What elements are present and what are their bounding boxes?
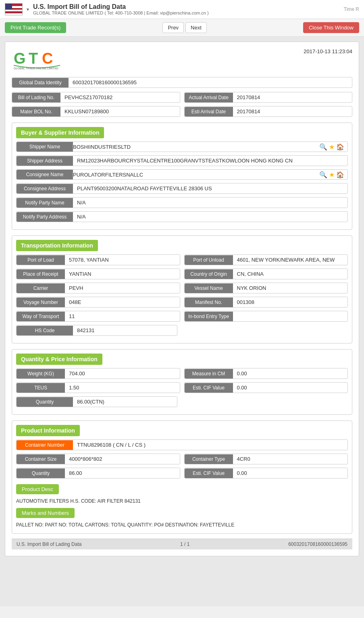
consignee-home-icon[interactable]: 🏠 [336,171,344,179]
port-load-label: Port of Load [17,255,65,265]
port-unload-value: 4601, NEW YORK/NEWARK AREA, NEW [233,255,348,265]
svg-text:GLOBAL TRADE ONLINE LIMITED: GLOBAL TRADE ONLINE LIMITED [14,67,58,70]
quantity-value: 86.00(CTN) [73,397,177,407]
header-left: ▼ U.S. Import Bill of Lading Data GLOBAL… [5,3,209,15]
hs-code-value: 842131 [73,325,177,335]
way-transport-label: Way of Transport [17,312,65,321]
receipt-country-row: Place of Receipt YANTIAN Country of Orig… [16,268,348,279]
bol-value: PEVHCSZ17070182 [60,92,180,102]
weight-label: Weight (KG) [17,369,65,379]
notify-party-name-label: Notify Party Name [17,198,73,208]
marks-numbers-text: PALLET NO: PART NO: TOTAL CARTONS: TOTAL… [16,520,348,529]
toolbar: Print Trade Record(s) Prev Next Close Th… [0,19,364,37]
svg-text:T: T [29,50,38,67]
consignee-name-icons: 🔍 ★ 🏠 [319,171,347,179]
flag-dropdown[interactable]: ▼ [26,7,30,12]
consignee-search-icon[interactable]: 🔍 [319,171,327,179]
teus-value: 1.50 [65,383,180,393]
teus-label: TEUS [17,383,65,393]
port-load-value: 57078, YANTIAN [65,255,180,265]
svg-text:C: C [42,50,53,67]
way-transport-value: 11 [65,311,180,321]
master-bol-group: Mater BOL No. KKLUSN07189800 [12,106,180,117]
vessel-name-value: NYK ORION [233,283,348,293]
measure-cm-group: Measure in CM 0.00 [184,368,348,379]
footer-doc-type: U.S. Import Bill of Lading Data [17,541,81,547]
global-data-identity-value: 6003201708160000136595 [69,77,352,87]
inbond-entry-value [233,314,348,318]
shipper-address-row: Shipper Address RM12023HARBOURCRYSTALCEN… [16,155,348,166]
shipper-address-label: Shipper Address [17,156,73,166]
shipper-search-icon[interactable]: 🔍 [319,143,327,151]
port-unload-label: Port of Unload [185,255,233,265]
shipper-home-icon[interactable]: 🏠 [336,143,344,151]
quantity-label: Quantity [17,397,73,407]
transportation-content: Port of Load 57078, YANTIAN Port of Unlo… [12,254,352,343]
prod-esti-cif-label: Esti. CIF Value [185,468,233,478]
measure-cm-label: Measure in CM [185,369,233,379]
shipper-name-row: Shipper Name BOSHIINDUSTRIESLTD 🔍 ★ 🏠 [16,141,348,152]
consignee-star-icon[interactable]: ★ [329,171,335,179]
esti-cif-value: 0.00 [233,383,348,393]
transportation-section: Transportation Information Port of Load … [12,235,352,343]
doc-footer: U.S. Import Bill of Lading Data 1 / 1 60… [12,539,352,549]
product-desc-button[interactable]: Product Desc [16,484,59,494]
vessel-name-label: Vessel Name [185,283,233,293]
main-content: G T C GLOBAL TRADE ONLINE LIMITED 2017-1… [0,37,364,606]
doc-timestamp: 2017-10-13 11:23:04 [304,48,352,54]
actual-arrival-group: Actual Arrival Date 20170814 [184,92,353,103]
country-origin-label: Country of Origin [185,269,233,279]
prev-button[interactable]: Prev [162,22,184,33]
shipper-name-label: Shipper Name [17,142,73,152]
close-button[interactable]: Close This Window [303,22,359,33]
actual-arrival-value: 20170814 [233,92,352,102]
consignee-address-label: Consignee Address [17,184,73,194]
nav-buttons: Prev Next [162,22,206,33]
master-bol-value: KKLUSN07189800 [60,106,180,117]
logo-container: G T C GLOBAL TRADE ONLINE LIMITED [12,48,64,71]
notify-party-address-label: Notify Party Address [17,212,73,222]
esti-arrival-value: 20170814 [233,106,352,117]
actual-arrival-label: Actual Arrival Date [185,93,233,102]
consignee-name-row: Consignee Name PUROLATORFILTERSNALLC 🔍 ★… [16,169,348,180]
app-title: U.S. Import Bill of Lading Data [33,3,209,10]
shipper-name-value: BOSHIINDUSTRIESLTD [73,144,131,150]
container-size-label: Container Size [17,454,65,464]
shipper-name-icons: 🔍 ★ 🏠 [319,143,347,151]
container-type-group: Container Type 4CR0 [184,454,348,464]
product-content: Container Number TTNU8296108 ( CN / L / … [12,439,352,533]
app-subtitle: GLOBAL TRADE ONLINE LIMITED ( Tel: 400-7… [33,10,209,15]
bol-group: Bill of Lading No. PEVHCSZ17070182 [12,92,180,103]
voyage-label: Voyage Number [17,298,65,307]
consignee-name-value-group: PUROLATORFILTERSNALLC 🔍 ★ 🏠 [73,171,347,179]
shipper-star-icon[interactable]: ★ [329,143,335,151]
esti-arrival-label: Esti Arrival Date [185,107,233,117]
us-flag [5,3,23,15]
buyer-supplier-title: Buyer & Supplier Information [16,127,104,138]
container-type-value: 4CR0 [233,454,348,464]
place-receipt-value: YANTIAN [65,269,180,279]
prod-quantity-label: Quantity [17,468,65,478]
quantity-price-title: Quantity & Price Information [16,354,102,365]
master-bol-row: Mater BOL No. KKLUSN07189800 Esti Arriva… [12,106,352,117]
svg-text:G: G [14,50,26,67]
app-title-group: U.S. Import Bill of Lading Data GLOBAL T… [33,3,209,15]
footer-page-info: 1 / 1 [180,541,189,547]
country-origin-value: CN, CHINA [233,269,348,279]
bol-row: Bill of Lading No. PEVHCSZ17070182 Actua… [12,92,352,103]
print-button[interactable]: Print Trade Record(s) [5,22,66,33]
next-button[interactable]: Next [185,22,207,33]
esti-cif-label: Esti. CIF Value [185,383,233,393]
container-size-group: Container Size 4000*806*802 [16,454,180,464]
measure-cm-value: 0.00 [233,368,348,379]
esti-cif-group: Esti. CIF Value 0.00 [184,382,348,393]
inbond-entry-group: In-bond Entry Type [184,311,348,322]
document-card: G T C GLOBAL TRADE ONLINE LIMITED 2017-1… [5,42,359,556]
manifest-group: Manifest No. 001308 [184,297,348,308]
port-unload-group: Port of Unload 4601, NEW YORK/NEWARK ARE… [184,254,348,265]
top-header: ▼ U.S. Import Bill of Lading Data GLOBAL… [0,0,364,19]
transport-inbond-row: Way of Transport 11 In-bond Entry Type [16,311,348,322]
hs-code-label: HS Code [17,326,73,335]
transportation-title: Transportation Information [16,240,98,251]
marks-numbers-button[interactable]: Marks and Numbers [16,508,75,518]
